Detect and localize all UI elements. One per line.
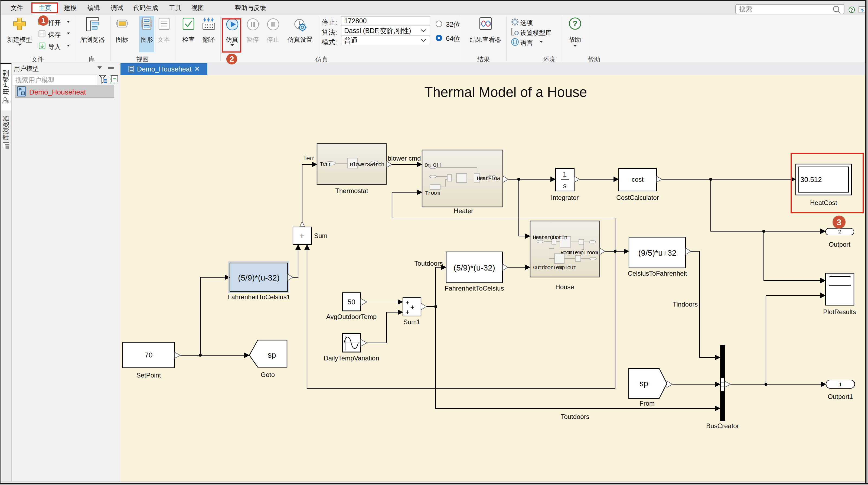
- svg-text:Troom: Troom: [425, 190, 440, 196]
- svg-text:30.512: 30.512: [800, 176, 822, 184]
- svg-text:BusCreator: BusCreator: [706, 422, 739, 429]
- svg-text:HeaterQDotIn: HeaterQDotIn: [533, 235, 567, 241]
- svg-text:Toutdoors: Toutdoors: [414, 260, 443, 267]
- svg-text:SetPoint: SetPoint: [136, 371, 161, 379]
- svg-text:70: 70: [145, 351, 153, 359]
- svg-text:OutdoorTempTout: OutdoorTempTout: [533, 265, 576, 271]
- svg-text:Tindoors: Tindoors: [673, 301, 698, 308]
- svg-text:Heater: Heater: [454, 207, 473, 214]
- svg-text:Outport: Outport: [829, 241, 850, 248]
- svg-text:RoomTempTroom: RoomTempTroom: [560, 250, 598, 256]
- svg-text:Sum: Sum: [314, 232, 327, 239]
- svg-text:s: s: [563, 182, 567, 189]
- svg-text:Toutdoors: Toutdoors: [561, 413, 589, 420]
- svg-text:cost: cost: [632, 176, 644, 183]
- svg-text:Goto: Goto: [261, 371, 275, 378]
- svg-text:1: 1: [563, 170, 567, 178]
- svg-text:FahrenheitToCelsius: FahrenheitToCelsius: [445, 284, 504, 292]
- svg-text:HeatCost: HeatCost: [810, 199, 837, 206]
- svg-text:+: +: [410, 303, 414, 311]
- svg-text:(5/9)*(u-32): (5/9)*(u-32): [454, 263, 495, 272]
- svg-text:DailyTempVariation: DailyTempVariation: [324, 355, 379, 362]
- svg-text:CelsiusToFahrenheit: CelsiusToFahrenheit: [628, 270, 687, 277]
- svg-text:HeatFlow: HeatFlow: [477, 176, 500, 182]
- svg-text:sp: sp: [640, 379, 648, 388]
- svg-text:Thermal Model of a House: Thermal Model of a House: [425, 85, 587, 100]
- svg-text:Thermostat: Thermostat: [335, 187, 368, 194]
- svg-text:CostCalculator: CostCalculator: [616, 194, 659, 201]
- svg-text:On_Off: On_Off: [425, 162, 442, 169]
- svg-text:From: From: [640, 400, 655, 407]
- svg-text:1: 1: [839, 382, 842, 387]
- svg-text:3: 3: [837, 217, 841, 227]
- svg-text:?: ?: [572, 19, 578, 28]
- svg-text:Terr: Terr: [303, 154, 314, 162]
- svg-text:blower cmd: blower cmd: [388, 155, 421, 162]
- svg-text:PlotResults: PlotResults: [823, 308, 856, 315]
- svg-text:+: +: [405, 308, 409, 316]
- svg-text:BlowerSwitch: BlowerSwitch: [350, 162, 384, 168]
- svg-text:2: 2: [838, 229, 841, 235]
- svg-text:Terr: Terr: [320, 161, 331, 168]
- svg-text:+: +: [300, 231, 304, 240]
- svg-text:Outport1: Outport1: [828, 393, 853, 400]
- svg-text:(9/5)*u+32: (9/5)*u+32: [639, 248, 677, 257]
- svg-text:House: House: [555, 283, 574, 291]
- svg-text:Sum1: Sum1: [403, 318, 421, 326]
- svg-text:(5/9)*(u-32): (5/9)*(u-32): [238, 273, 279, 282]
- svg-text:?: ?: [850, 8, 853, 12]
- svg-text:FahrenheitToCelsius1: FahrenheitToCelsius1: [227, 293, 290, 301]
- svg-text:sp: sp: [268, 351, 276, 359]
- svg-text:50: 50: [348, 298, 355, 306]
- svg-text:AvgOutdoorTemp: AvgOutdoorTemp: [326, 313, 377, 320]
- svg-text:Integrator: Integrator: [551, 194, 579, 201]
- svg-text:+: +: [405, 298, 409, 307]
